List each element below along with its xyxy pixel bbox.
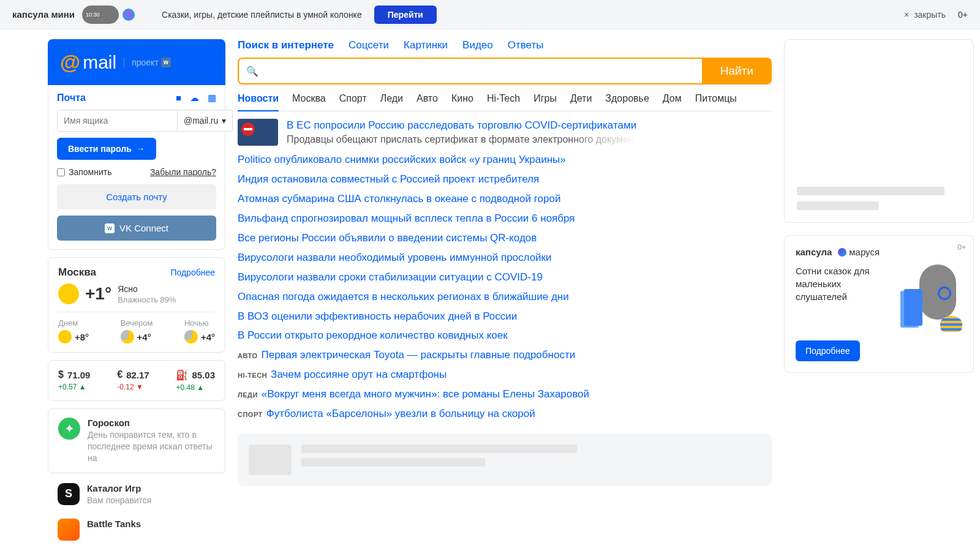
battle-tanks-widget[interactable]: Battle Tanks — [48, 516, 225, 543]
sun-icon — [58, 283, 79, 304]
loading-skeleton — [238, 434, 772, 486]
promo-age: 0+ — [957, 243, 966, 252]
weather-condition: Ясно — [118, 284, 176, 294]
calendar-icon[interactable]: ▦ — [208, 92, 216, 103]
search-bar: 🔍 Найти — [238, 58, 772, 84]
lead-news-thumb — [238, 119, 278, 146]
news-list: Politico опубликовало снимки российских … — [238, 153, 772, 421]
top-banner: капсула мини 10:30 Сказки, игры, детские… — [0, 0, 980, 29]
games-widget[interactable]: S Каталог Игр Вам понравится — [48, 481, 225, 509]
search-tab-images[interactable]: Картинки — [404, 39, 448, 51]
news-tab[interactable]: Кино — [451, 93, 473, 111]
usd-rate[interactable]: $71.09 +0.57 ▲ — [58, 369, 90, 392]
chevron-down-icon: ▾ — [222, 116, 226, 126]
news-link[interactable]: Футболиста «Барселоны» увезли в больницу… — [266, 408, 535, 419]
news-tab[interactable]: Hi-Tech — [487, 93, 520, 111]
horoscope-icon: ✦ — [58, 418, 80, 440]
news-category: СПОРТ — [238, 411, 263, 418]
promo-button[interactable]: Подробнее — [796, 340, 860, 361]
lead-news[interactable]: В ЕС попросили Россию расследовать торго… — [238, 119, 772, 146]
news-link[interactable]: Все регионы России объявили о введении с… — [238, 232, 537, 244]
news-link[interactable]: Politico опубликовало снимки российских … — [238, 154, 566, 165]
search-icon: 🔍 — [246, 66, 258, 77]
news-tab[interactable]: Леди — [380, 93, 403, 111]
search-input[interactable] — [263, 59, 695, 83]
news-link[interactable]: В России открыто рекордное количество ко… — [238, 329, 508, 341]
search-tab-video[interactable]: Видео — [462, 39, 493, 51]
news-link[interactable]: «Вокруг меня всегда много мужчин»: все р… — [262, 388, 589, 400]
news-tab[interactable]: Спорт — [339, 93, 367, 111]
oil-rate[interactable]: ⛽85.03 +0.48 ▲ — [176, 369, 215, 392]
euro-icon: € — [117, 369, 123, 380]
news-link[interactable]: Вильфанд спрогнозировал мощный всплеск т… — [238, 212, 575, 224]
remember-checkbox[interactable]: Запомнить — [57, 167, 112, 177]
moon-icon — [121, 330, 134, 343]
news-tab[interactable]: Питомцы — [695, 93, 737, 111]
news-link[interactable]: Индия остановила совместный с Россией пр… — [238, 173, 539, 185]
lead-news-subtitle: Продавцы обещают прислать сертификат в ф… — [287, 134, 636, 145]
camera-icon[interactable]: ■ — [176, 92, 181, 103]
news-tab[interactable]: Новости — [238, 93, 279, 111]
close-icon: × — [904, 10, 909, 20]
news-link[interactable]: Зачем россияне орут на смартфоны — [271, 369, 447, 380]
username-input[interactable] — [57, 110, 178, 132]
news-tab[interactable]: Дом — [663, 93, 682, 111]
search-button[interactable]: Найти — [702, 58, 772, 84]
mail-card: @mail проектw Почта ■ ☁ ▦ @mail.ru▾ Ввес… — [48, 39, 225, 250]
oil-icon: ⛽ — [176, 369, 188, 381]
promo-marusia: маруся — [838, 247, 880, 257]
arrow-right-icon: → — [137, 144, 145, 154]
mail-logo-header[interactable]: @mail проектw — [48, 39, 225, 85]
horoscope-widget[interactable]: ✦ Гороскоп День понравится тем, кто в по… — [48, 408, 225, 473]
rates-card[interactable]: $71.09 +0.57 ▲ €82.17 -0.12 ▼ ⛽85.03 +0.… — [48, 360, 225, 401]
dollar-icon: $ — [58, 369, 64, 380]
banner-cta-button[interactable]: Перейти — [374, 6, 437, 24]
news-tab[interactable]: Здоровье — [605, 93, 649, 111]
domain-select[interactable]: @mail.ru▾ — [178, 110, 233, 132]
news-link[interactable]: Опасная погода ожидается в нескольких ре… — [238, 291, 569, 302]
vk-icon: w — [161, 58, 171, 67]
search-tab-answers[interactable]: Ответы — [508, 39, 544, 51]
eur-rate[interactable]: €82.17 -0.12 ▼ — [117, 369, 149, 392]
news-link[interactable]: Вирусологи назвали необходимый уровень и… — [238, 252, 552, 263]
promo-brand: капсула — [796, 247, 832, 257]
weather-humidity: Влажность 89% — [118, 295, 176, 304]
news-tab[interactable]: Москва — [292, 93, 326, 111]
vk-connect-button[interactable]: wVK Connect — [57, 216, 216, 241]
news-link[interactable]: Вирусологи назвали сроки стабилизации си… — [238, 271, 543, 283]
forgot-password-link[interactable]: Забыли пароль? — [150, 167, 216, 177]
weather-city: Москва — [58, 266, 96, 279]
banner-text: Сказки, игры, детские плейлисты в умной … — [162, 10, 362, 20]
banner-age: 0+ — [958, 10, 968, 20]
news-link[interactable]: Атомная субмарина США столкнулась в океа… — [238, 193, 560, 205]
marusia-icon — [838, 248, 846, 257]
vk-icon: w — [105, 223, 115, 233]
news-category: АВТО — [238, 352, 257, 359]
news-tab[interactable]: Игры — [533, 93, 557, 111]
banner-device-image: 10:30 — [82, 4, 149, 26]
promo-card[interactable]: 0+ капсула маруся Сотни сказок для мален… — [784, 235, 974, 373]
moon-icon — [184, 330, 198, 343]
enter-password-button[interactable]: Ввести пароль→ — [57, 138, 156, 160]
weather-more-link[interactable]: Подробнее — [170, 268, 215, 277]
search-tab-social[interactable]: Соцсети — [349, 39, 389, 51]
lead-news-title[interactable]: В ЕС попросили Россию расследовать торго… — [287, 119, 636, 131]
games-icon: S — [58, 483, 80, 505]
news-link[interactable]: В ВОЗ оценили эффективность нерабочих дн… — [238, 310, 517, 322]
mail-at-icon: @ — [60, 50, 80, 74]
weather-temp: +1° — [85, 284, 111, 304]
search-tab-web[interactable]: Поиск в интернете — [238, 39, 334, 51]
cloud-icon[interactable]: ☁ — [190, 92, 199, 103]
mail-title[interactable]: Почта — [57, 92, 86, 103]
news-tab[interactable]: Авто — [417, 93, 438, 111]
news-link[interactable]: Первая электрическая Toyota — раскрыты г… — [261, 349, 575, 361]
search-tabs: Поиск в интернете Соцсети Картинки Видео… — [238, 39, 772, 51]
news-category: HI-TECH — [238, 372, 267, 379]
news-tab[interactable]: Дети — [570, 93, 592, 111]
weather-card[interactable]: Москва Подробнее +1° Ясно Влажность 89% … — [48, 257, 225, 353]
create-mail-button[interactable]: Создать почту — [57, 184, 216, 209]
banner-close-button[interactable]: ×закрыть — [904, 10, 946, 20]
news-category: ЛЕДИ — [238, 391, 258, 399]
promo-text: Сотни сказок для маленьких слушателей — [796, 265, 889, 332]
sun-icon — [58, 330, 72, 343]
